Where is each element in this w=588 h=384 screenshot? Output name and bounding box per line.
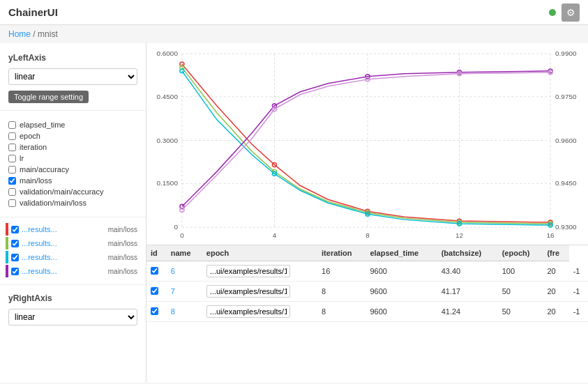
sidebar: yLeftAxis linear log Toggle range settin… xyxy=(0,43,146,383)
svg-text:0.9900: 0.9900 xyxy=(555,49,577,57)
row-elapsed-2: 41.17 xyxy=(437,282,498,302)
row-fre-1: -1 xyxy=(569,261,588,282)
breadcrumb-home[interactable]: Home xyxy=(8,29,31,39)
divider-2 xyxy=(0,217,146,217)
row-epochval-2: 20 xyxy=(543,282,568,302)
checkbox-label-val-main-acc: validation/main/accuracy xyxy=(20,187,103,196)
svg-text:0.3000: 0.3000 xyxy=(156,137,178,144)
legend-checkbox-1[interactable] xyxy=(11,226,19,233)
y-left-axis-label: yLeftAxis xyxy=(0,49,146,66)
row-elapsed-3: 41.24 xyxy=(437,302,498,322)
scale-select[interactable]: linear log xyxy=(8,68,137,85)
row-name-input-1[interactable] xyxy=(206,265,290,277)
checkbox-label-epoch: epoch xyxy=(20,132,40,140)
legend-row-3: ...results... main/loss xyxy=(6,251,140,263)
legend-row-2: ...results... main/loss xyxy=(6,237,140,249)
svg-text:0.9600: 0.9600 xyxy=(555,137,577,144)
row-name-input-3[interactable] xyxy=(206,305,290,318)
svg-text:16: 16 xyxy=(547,231,555,239)
col-header-batchsize: (batchsize) xyxy=(437,245,498,261)
row-epochval-3: 20 xyxy=(543,302,568,322)
row-checkbox-1[interactable] xyxy=(151,267,158,275)
y-right-axis-label: yRightAxis xyxy=(0,289,146,306)
checkbox-label-val-main-loss: validation/main/loss xyxy=(20,199,86,207)
gear-button[interactable]: ⚙ xyxy=(561,3,580,22)
svg-text:0.6000: 0.6000 xyxy=(156,49,178,57)
checkbox-lr[interactable] xyxy=(8,155,16,162)
checkbox-main-accuracy[interactable] xyxy=(8,166,16,174)
col-header-iteration: iteration xyxy=(317,245,365,261)
row-name-3 xyxy=(202,302,317,322)
svg-text:0.9750: 0.9750 xyxy=(555,93,577,100)
row-id-2: 7 xyxy=(167,282,202,302)
results-table: id name epoch iteration elapsed_time (ba… xyxy=(146,245,588,322)
row-checkbox-2[interactable] xyxy=(151,287,158,295)
row-epoch-3: 8 xyxy=(317,302,365,322)
row-epoch-1: 16 xyxy=(317,261,365,282)
checkbox-label-main-loss: main/loss xyxy=(20,176,52,185)
checkbox-val-main-acc[interactable] xyxy=(8,188,16,196)
checkbox-item-val-main-acc: validation/main/accuracy xyxy=(8,186,137,197)
col-header-fre: (fre xyxy=(543,245,568,261)
yright-scale-select-row: linear log xyxy=(0,306,146,328)
legend-metric-1: main/loss xyxy=(108,226,137,233)
checkbox-item-iteration: iteration xyxy=(8,141,137,153)
col-header-id: id xyxy=(146,245,167,261)
legend-rows: ...results... main/loss ...results... ma… xyxy=(0,222,146,280)
col-header-elapsed-time: elapsed_time xyxy=(365,245,437,261)
row-epochval-1: 20 xyxy=(543,261,568,282)
legend-metric-4: main/loss xyxy=(108,268,137,275)
table-body: 6 16 9600 43.40 100 20 -1 7 8 9 xyxy=(146,261,588,322)
checkbox-list: elapsed_time epoch iteration lr main/acc… xyxy=(0,115,146,213)
status-dot xyxy=(549,9,556,16)
divider-3 xyxy=(0,284,146,285)
svg-text:8: 8 xyxy=(365,231,370,239)
row-name-input-2[interactable] xyxy=(206,285,290,298)
app-title: ChainerUI xyxy=(8,6,58,18)
legend-row-1: ...results... main/loss xyxy=(6,223,140,236)
legend-checkbox-2[interactable] xyxy=(11,240,19,247)
main-layout: yLeftAxis linear log Toggle range settin… xyxy=(0,43,588,383)
divider-1 xyxy=(0,110,146,111)
checkbox-iteration[interactable] xyxy=(8,144,16,151)
yright-scale-select[interactable]: linear log xyxy=(8,309,137,325)
legend-checkbox-4[interactable] xyxy=(11,268,19,275)
row-id-link-3[interactable]: 8 xyxy=(171,307,175,316)
row-id-1: 6 xyxy=(167,261,202,282)
toggle-range-button[interactable]: Toggle range setting xyxy=(8,91,89,103)
row-batchsize-3: 50 xyxy=(498,302,543,322)
checkbox-epoch[interactable] xyxy=(8,132,16,140)
svg-text:0: 0 xyxy=(174,223,178,231)
checkbox-label-lr: lr xyxy=(20,154,24,162)
legend-row-4: ...results... main/loss xyxy=(6,265,140,277)
checkbox-item-elapsed-time: elapsed_time xyxy=(8,119,137,130)
legend-checkbox-3[interactable] xyxy=(11,254,19,261)
col-header-name: name xyxy=(167,245,202,261)
chart-svg: 0.6000 0.4500 0.3000 0.1500 0 0.9900 0.9… xyxy=(146,43,588,245)
row-fre-3: -1 xyxy=(569,302,588,322)
row-checkbox-3[interactable] xyxy=(151,307,158,315)
checkbox-main-loss[interactable] xyxy=(8,177,16,185)
row-iteration-1: 9600 xyxy=(365,261,437,282)
svg-text:0: 0 xyxy=(180,231,184,239)
checkbox-label-elapsed-time: elapsed_time xyxy=(20,121,65,129)
checkbox-item-main-loss: main/loss xyxy=(8,175,137,186)
header-right: ⚙ xyxy=(549,3,580,22)
checkbox-elapsed-time[interactable] xyxy=(8,121,16,129)
header: ChainerUI ⚙ xyxy=(0,0,588,25)
row-iteration-2: 9600 xyxy=(365,282,437,302)
table-row: 8 8 9600 41.24 50 20 -1 xyxy=(146,302,588,322)
row-checkbox-cell xyxy=(146,261,167,282)
row-id-link-2[interactable]: 7 xyxy=(171,287,175,295)
breadcrumb-separator: / xyxy=(33,29,35,39)
row-name-2 xyxy=(202,282,317,302)
row-iteration-3: 9600 xyxy=(365,302,437,322)
col-header-epoch: epoch xyxy=(202,245,317,261)
table-row: 7 8 9600 41.17 50 20 -1 xyxy=(146,282,588,302)
checkbox-item-main-accuracy: main/accuracy xyxy=(8,164,137,175)
legend-name-1: ...results... xyxy=(22,225,105,233)
row-id-3: 8 xyxy=(167,302,202,322)
row-id-link-1[interactable]: 6 xyxy=(171,267,175,275)
checkbox-val-main-loss[interactable] xyxy=(8,199,16,207)
row-name-1 xyxy=(202,261,317,282)
